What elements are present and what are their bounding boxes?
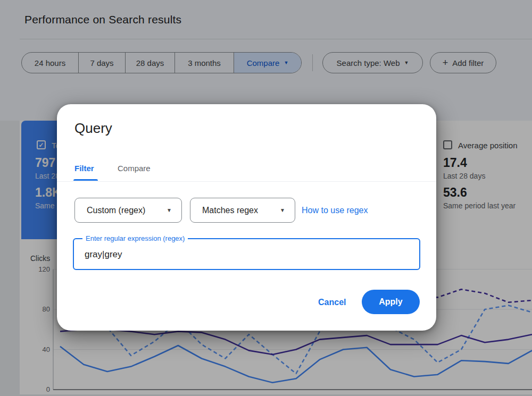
query-filter-dialog: Query Filter Compare Custom (regex) ▼ Ma…	[57, 104, 436, 331]
screen: Performance on Search results 24 hours 7…	[0, 0, 532, 396]
regex-input-label: Enter regular expression (regex)	[82, 234, 188, 242]
tab-filter[interactable]: Filter	[74, 164, 94, 173]
operator-dropdown[interactable]: Matches regex ▼	[190, 198, 295, 223]
active-tab-indicator	[73, 179, 98, 181]
tab-compare[interactable]: Compare	[118, 164, 151, 173]
dialog-title: Query	[74, 120, 112, 137]
apply-button[interactable]: Apply	[362, 290, 420, 314]
regex-help-link[interactable]: How to use regex	[302, 206, 368, 215]
operator-dropdown-value: Matches regex	[202, 206, 258, 215]
dimension-dropdown-value: Custom (regex)	[87, 206, 145, 215]
dimension-dropdown[interactable]: Custom (regex) ▼	[74, 198, 182, 223]
tab-divider	[57, 181, 436, 182]
chevron-down-icon: ▼	[167, 208, 172, 213]
cancel-button[interactable]: Cancel	[314, 296, 350, 309]
chevron-down-icon: ▼	[280, 208, 285, 213]
regex-input[interactable]	[85, 247, 404, 263]
regex-input-field: Enter regular expression (regex)	[73, 238, 420, 270]
